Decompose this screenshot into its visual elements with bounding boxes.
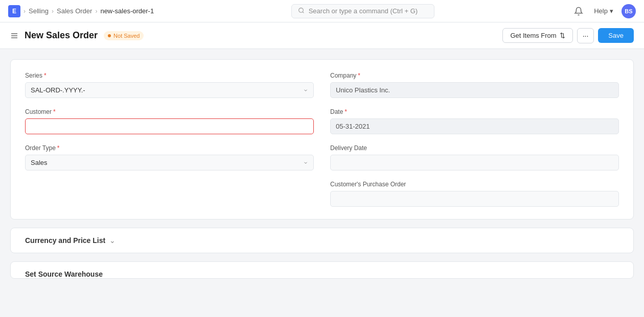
search-icon <box>298 7 305 15</box>
date-required: * <box>344 108 347 115</box>
series-required: * <box>44 72 47 79</box>
get-items-label: Get Items From <box>510 32 556 39</box>
company-required: * <box>358 72 360 79</box>
date-input[interactable] <box>330 118 619 134</box>
svg-line-1 <box>303 12 304 13</box>
page-header-left: New Sales Order Not Saved <box>10 30 144 41</box>
menu-icon[interactable] <box>10 32 18 40</box>
app-icon[interactable]: E <box>8 5 20 17</box>
order-type-input[interactable]: Sales <box>25 155 314 170</box>
form-row-customer-date: Customer * Date * <box>25 108 619 134</box>
help-label: Help <box>594 7 608 15</box>
order-type-label: Order Type * <box>25 144 314 152</box>
page-header: New Sales Order Not Saved Get Items From… <box>0 22 644 49</box>
series-label: Series * <box>25 72 314 79</box>
purchase-order-input[interactable] <box>330 191 619 207</box>
series-group: Series * SAL-ORD-.YYYY.- <box>25 72 314 98</box>
customer-input[interactable] <box>25 118 314 134</box>
customer-group: Customer * <box>25 108 314 134</box>
company-group: Company * <box>330 72 619 98</box>
get-items-chevron-icon: ⇅ <box>560 32 565 39</box>
form-row-purchase-order: Customer's Purchase Order <box>25 181 619 207</box>
warehouse-section-title: Set Source Warehouse <box>25 270 103 278</box>
form-row-series-company: Series * SAL-ORD-.YYYY.- Company * <box>25 72 619 98</box>
page-header-right: Get Items From ⇅ ··· Save <box>502 28 634 43</box>
warehouse-section: Set Source Warehouse <box>10 261 634 279</box>
svg-point-0 <box>298 8 303 12</box>
company-input[interactable] <box>330 82 619 98</box>
breadcrumb: E › Selling › Sales Order › new-sales-or… <box>8 5 154 17</box>
company-label: Company * <box>330 72 619 79</box>
empty-group <box>25 181 314 207</box>
breadcrumb-current: new-sales-order-1 <box>100 7 154 15</box>
save-button[interactable]: Save <box>598 28 634 43</box>
search-box[interactable]: Search or type a command (Ctrl + G) <box>291 4 434 18</box>
purchase-order-group: Customer's Purchase Order <box>330 181 619 207</box>
currency-chevron-icon: ⌄ <box>109 236 116 245</box>
search-container: Search or type a command (Ctrl + G) <box>291 4 434 18</box>
date-label: Date * <box>330 108 619 115</box>
form-row-ordertype-delivery: Order Type * Sales Delivery Date <box>25 144 619 170</box>
currency-section-header: Currency and Price List ⌄ <box>25 236 619 245</box>
notification-icon[interactable] <box>571 4 586 18</box>
currency-section-title: Currency and Price List <box>25 236 105 245</box>
get-items-button[interactable]: Get Items From ⇅ <box>502 28 572 43</box>
main-form-card: Series * SAL-ORD-.YYYY.- Company * Custo… <box>10 59 634 220</box>
delivery-date-input[interactable] <box>330 155 619 170</box>
help-chevron-icon: ▾ <box>610 7 613 15</box>
breadcrumb-sep-2: › <box>52 8 54 15</box>
more-options-button[interactable]: ··· <box>577 28 594 43</box>
search-placeholder: Search or type a command (Ctrl + G) <box>309 7 418 15</box>
nav-actions: Help ▾ BS <box>571 4 636 18</box>
top-nav: E › Selling › Sales Order › new-sales-or… <box>0 0 644 22</box>
status-dot <box>108 34 111 37</box>
page-title: New Sales Order <box>25 30 98 41</box>
help-button[interactable]: Help ▾ <box>594 7 613 15</box>
status-badge: Not Saved <box>104 31 144 40</box>
purchase-order-label: Customer's Purchase Order <box>330 181 619 188</box>
order-type-group: Order Type * Sales <box>25 144 314 170</box>
breadcrumb-sep-3: › <box>95 8 97 15</box>
warehouse-section-header[interactable]: Set Source Warehouse <box>25 270 619 278</box>
breadcrumb-selling[interactable]: Selling <box>29 7 49 15</box>
delivery-date-group: Delivery Date <box>330 144 619 170</box>
main-content: Series * SAL-ORD-.YYYY.- Company * Custo… <box>0 49 644 317</box>
delivery-date-label: Delivery Date <box>330 144 619 152</box>
user-avatar[interactable]: BS <box>622 4 636 18</box>
breadcrumb-sep-1: › <box>24 8 26 15</box>
order-type-required: * <box>57 144 60 152</box>
series-input[interactable]: SAL-ORD-.YYYY.- <box>25 82 314 98</box>
currency-section[interactable]: Currency and Price List ⌄ <box>10 228 634 253</box>
breadcrumb-sales-order[interactable]: Sales Order <box>57 7 92 15</box>
status-label: Not Saved <box>113 33 140 39</box>
customer-label: Customer * <box>25 108 314 115</box>
date-group: Date * <box>330 108 619 134</box>
customer-required: * <box>53 108 56 115</box>
